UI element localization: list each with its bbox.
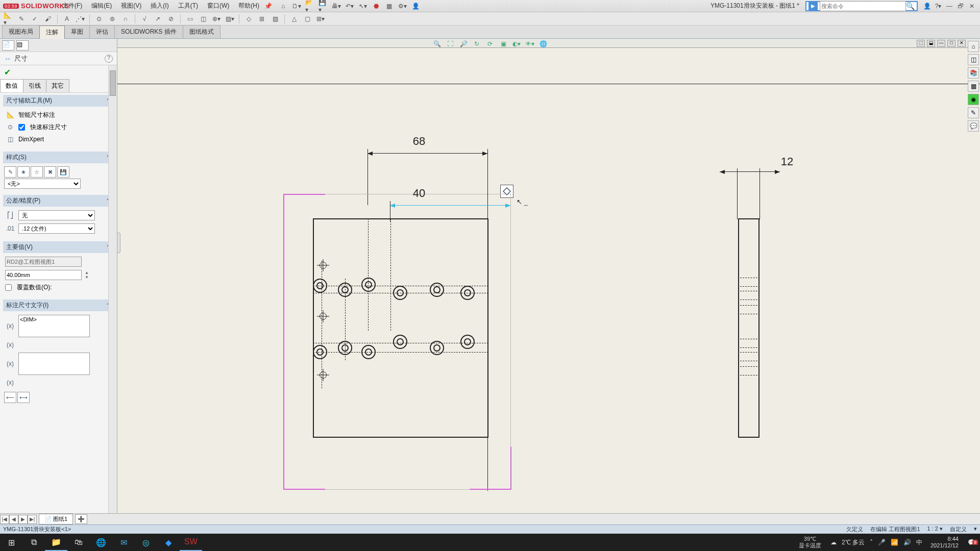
quick-dim-row[interactable]: ⊙快速标注尺寸 (4, 121, 113, 133)
sheet-next-icon[interactable]: ▶ (18, 515, 28, 524)
taskpane-home-icon[interactable]: ⌂ (968, 41, 979, 52)
tool-model-items-icon[interactable]: ✎ (16, 14, 27, 24)
menu-edit[interactable]: 编辑(E) (89, 1, 114, 11)
justify-left-icon[interactable]: ⟵ (4, 392, 16, 403)
mdi-close-icon[interactable]: ✕ (958, 40, 966, 47)
tool-magnet-icon[interactable]: ∩ (120, 14, 131, 24)
tool-weld-icon[interactable]: ↗ (153, 14, 163, 24)
feature-tree-tab-icon[interactable]: 📄 (2, 40, 14, 51)
sheet-first-icon[interactable]: |◀ (0, 515, 9, 524)
tool-datum-target-icon[interactable]: ⊕▾ (211, 14, 222, 24)
clock-time[interactable]: 8:44 (930, 536, 959, 542)
pin-icon[interactable]: 📌 (264, 3, 272, 10)
dimension-40-line[interactable] (390, 205, 510, 206)
style-apply-icon[interactable]: ✎ (4, 166, 16, 178)
tool-surface-finish-icon[interactable]: √ (139, 14, 150, 24)
zoom-fit-icon[interactable]: 🔍 (432, 39, 442, 49)
style-save-icon[interactable]: 💾 (57, 166, 69, 178)
tool-hole-callout-icon[interactable]: ⊘ (166, 14, 176, 24)
tool-linear-pattern-icon[interactable]: ⋰▾ (75, 14, 85, 24)
hide-show-icon[interactable]: 👁▾ (525, 39, 535, 49)
style-add-icon[interactable]: ★ (17, 166, 30, 178)
options-icon[interactable]: ▦ (385, 2, 394, 11)
search-input[interactable] (820, 1, 906, 11)
tool-block-icon[interactable]: ◇ (243, 14, 254, 24)
status-scale[interactable]: 1 : 2 ▾ (927, 525, 943, 533)
dimension-12-text[interactable]: 12 (781, 155, 793, 168)
store-icon[interactable]: 🛍 (67, 534, 90, 551)
ok-button[interactable]: ✔ (4, 68, 11, 77)
style-select[interactable]: <无> (4, 179, 81, 189)
override-checkbox[interactable] (5, 284, 12, 291)
style-update-icon[interactable]: ☆ (31, 166, 43, 178)
panel-scrollbar[interactable] (108, 65, 117, 534)
task-view-icon[interactable]: ⧉ (22, 534, 45, 551)
close-icon[interactable]: ✕ (968, 3, 976, 10)
dimension-40-text[interactable]: 40 (413, 187, 425, 200)
rebuild-icon[interactable]: ⬣ (372, 2, 381, 11)
text-right-icon[interactable]: (x) (5, 378, 15, 387)
mdi-popout-icon[interactable]: ⬚ (917, 40, 925, 47)
menu-file[interactable]: 文件(F) (60, 1, 84, 11)
section-icon[interactable]: ▣ (498, 39, 508, 49)
weather-icon[interactable]: ☁ (830, 539, 837, 546)
app-kk-icon[interactable]: ◆ (157, 534, 180, 551)
explorer-icon[interactable]: 📁 (45, 534, 67, 551)
chrome-icon[interactable]: 🌐 (90, 534, 112, 551)
rotate-icon[interactable]: ↻ (472, 39, 482, 49)
tab-sketch[interactable]: 草图 (64, 25, 90, 38)
subtab-other[interactable]: 其它 (46, 79, 69, 92)
tab-plugins[interactable]: SOLIDWORKS 插件 (114, 25, 183, 38)
dimension-68-text[interactable]: 68 (413, 135, 425, 148)
menu-insert[interactable]: 插入(I) (149, 1, 170, 11)
solidworks-taskbar-icon[interactable]: SW (180, 534, 202, 551)
menu-help[interactable]: 帮助(H) (236, 1, 261, 11)
tray-chevron-icon[interactable]: ˄ (870, 539, 873, 546)
tool-balloon-icon[interactable]: ⊙ (94, 14, 104, 24)
drawing-canvas[interactable]: 68 40 ↖ ↔ (117, 39, 980, 534)
tray-volume-icon[interactable]: 🔊 (903, 539, 911, 546)
mdi-min-icon[interactable]: — (937, 40, 945, 47)
section-style[interactable]: 样式(S)⌃ (3, 152, 114, 163)
select-icon[interactable]: ↖▾ (358, 2, 368, 11)
tool-spell-icon[interactable]: ✓ (30, 14, 40, 24)
dimension-68-line[interactable] (368, 153, 487, 154)
display-icon[interactable]: ◐▾ (511, 39, 522, 49)
tolerance-select[interactable]: 无 (18, 210, 95, 220)
notification-icon[interactable]: 💬9 (963, 539, 980, 546)
menu-view[interactable]: 视图(V) (119, 1, 143, 11)
mdi-max-icon[interactable]: □ (947, 40, 955, 47)
menu-tools[interactable]: 工具(T) (176, 1, 200, 11)
zoom-select-icon[interactable]: 🔎 (458, 39, 469, 49)
tool-gtol-icon[interactable]: ▭ (185, 14, 195, 24)
text-left-icon[interactable]: (x) (5, 340, 15, 349)
tool-centermark-icon[interactable]: ⊞ (257, 14, 267, 24)
settings-icon[interactable]: ⚙▾ (398, 2, 407, 11)
panel-gripper[interactable] (117, 233, 120, 253)
dim-text-above[interactable]: <DIM> (18, 315, 90, 337)
subtab-value[interactable]: 数值 (0, 79, 23, 92)
new-doc-icon[interactable]: 🗋▾ (292, 2, 301, 11)
taskpane-resources-icon[interactable]: ◫ (968, 54, 979, 65)
property-tab-icon[interactable]: ▤ (16, 40, 29, 51)
tool-format-painter-icon[interactable]: 🖌 (43, 14, 53, 24)
taskpane-custom-icon[interactable]: ✎ (968, 107, 979, 118)
tab-view-layout[interactable]: 视图布局 (2, 25, 40, 38)
undo-icon[interactable]: ↶▾ (345, 2, 354, 11)
mail-icon[interactable]: ✉ (112, 534, 135, 551)
search-go-icon[interactable]: ▶ (808, 2, 818, 10)
section-dim-tools[interactable]: 尺寸辅助工具(M)⌃ (3, 95, 114, 107)
dimension-12-line[interactable] (720, 171, 780, 172)
section-primary-value[interactable]: 主要值(V)⌃ (3, 241, 114, 253)
text-above-icon[interactable]: (x) (5, 321, 15, 331)
subtab-leader[interactable]: 引线 (23, 79, 46, 92)
tool-smart-dim-icon[interactable]: 📐▾ (3, 14, 13, 24)
status-collapse-icon[interactable]: ▾ (974, 525, 977, 533)
primary-value-field[interactable] (5, 270, 82, 280)
tool-area-hatch-icon[interactable]: ▨ (270, 14, 280, 24)
quick-dim-checkbox[interactable] (18, 124, 25, 131)
tab-sheet-format[interactable]: 图纸格式 (183, 25, 220, 38)
start-button[interactable]: ⊞ (0, 534, 22, 551)
rapid-dim-popup[interactable] (500, 185, 513, 198)
menu-window[interactable]: 窗口(W) (205, 1, 231, 11)
